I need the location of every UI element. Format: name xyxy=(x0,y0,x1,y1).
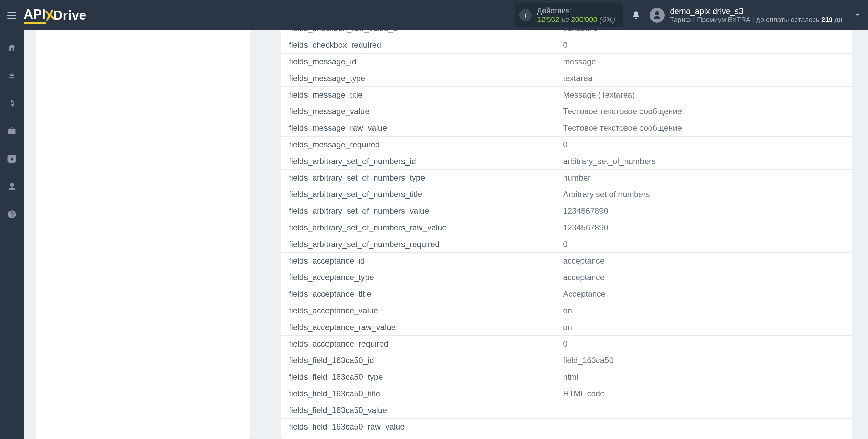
field-key: fields_arbitrary_set_of_numbers_id xyxy=(281,153,555,170)
table-row: fields_message_typetextarea xyxy=(281,70,852,87)
field-value: html xyxy=(555,369,852,385)
field-key: fields_field_163ca50_type xyxy=(281,369,555,385)
field-value: textarea xyxy=(555,70,852,87)
tariff-sep-1: | xyxy=(693,16,695,23)
field-key: fields_message_title xyxy=(281,87,555,103)
field-key: fields_acceptance_id xyxy=(281,253,555,269)
notifications-button[interactable] xyxy=(626,11,646,20)
field-key: fields_message_id xyxy=(281,54,555,70)
bell-icon xyxy=(631,11,641,20)
table-row: fields_field_163ca50_idfield_163ca50 xyxy=(281,352,852,369)
field-key: fields_acceptance_value xyxy=(281,302,555,319)
logo-suffix: Drive xyxy=(53,8,86,23)
user-icon xyxy=(652,10,662,20)
rail-account[interactable] xyxy=(5,180,19,194)
main-area: fields_checkbox_raw_value_1variabel 5fie… xyxy=(24,30,868,439)
field-value: acceptance xyxy=(555,269,852,286)
actions-text: Действия: 12'552 из 200'000 (6%) xyxy=(537,6,615,24)
user-text: demo_apix-drive_s3 Тариф | Премиум EXTRA… xyxy=(670,7,842,23)
field-key: fields_field_163ca50_required xyxy=(281,435,555,439)
actions-used: 12'552 xyxy=(537,15,559,24)
left-panel xyxy=(36,30,250,439)
field-value: acceptance xyxy=(555,253,852,269)
rail-help[interactable] xyxy=(5,207,19,222)
user-menu[interactable]: demo_apix-drive_s3 Тариф | Премиум EXTRA… xyxy=(650,7,861,23)
field-value: 0 xyxy=(555,37,852,54)
table-row: fields_checkbox_raw_value_1variabel 5 xyxy=(281,30,852,37)
field-value: Тестовое текстовое сообщение xyxy=(555,103,852,120)
field-value: Acceptance xyxy=(555,286,852,302)
field-value: Arbitrary set of numbers xyxy=(555,186,852,203)
days-remaining: 219 xyxy=(821,16,832,23)
field-value: on xyxy=(555,319,852,336)
field-value: Тестовое текстовое сообщение xyxy=(555,120,852,137)
side-rail xyxy=(0,30,24,439)
rail-videos[interactable] xyxy=(5,152,19,166)
field-value: number xyxy=(555,170,852,186)
field-key: fields_field_163ca50_raw_value xyxy=(281,419,555,435)
app-header: APIXDrive i Действия: 12'552 из 200'000 … xyxy=(0,0,868,30)
home-icon xyxy=(7,43,17,53)
user-icon xyxy=(7,182,17,191)
table-row: fields_message_required0 xyxy=(281,137,852,153)
field-value: 0 xyxy=(555,336,852,352)
field-value: HTML code xyxy=(555,385,852,402)
rail-projects[interactable] xyxy=(5,124,19,138)
field-key: fields_acceptance_title xyxy=(281,286,555,302)
field-key: fields_message_type xyxy=(281,70,555,87)
actions-counter[interactable]: i Действия: 12'552 из 200'000 (6%) xyxy=(515,3,623,28)
actions-pct: (6%) xyxy=(599,15,615,24)
paid-pre: до оплаты осталось xyxy=(756,16,819,23)
table-row: fields_message_titleMessage (Textarea) xyxy=(281,87,852,103)
table-row: fields_arbitrary_set_of_numbers_raw_valu… xyxy=(281,220,852,236)
table-row: fields_acceptance_required0 xyxy=(281,336,852,352)
table-row: fields_field_163ca50_required0 xyxy=(281,435,852,439)
tariff-name: Премиум EXTRA xyxy=(697,16,750,23)
menu-toggle[interactable] xyxy=(0,0,24,30)
table-row: fields_arbitrary_set_of_numbers_idarbitr… xyxy=(281,153,852,170)
rail-connections[interactable] xyxy=(5,68,19,83)
field-key: fields_checkbox_raw_value_1 xyxy=(281,30,555,37)
actions-of: из xyxy=(561,15,569,24)
field-key: fields_checkbox_required xyxy=(281,37,555,54)
rail-home[interactable] xyxy=(5,41,19,55)
field-key: fields_arbitrary_set_of_numbers_title xyxy=(281,186,555,203)
data-panel: fields_checkbox_raw_value_1variabel 5fie… xyxy=(281,30,852,439)
chevron-down-icon xyxy=(854,11,861,18)
table-row: fields_message_idmessage xyxy=(281,54,852,70)
field-key: fields_acceptance_required xyxy=(281,336,555,352)
field-value: 0 xyxy=(555,236,852,253)
field-value: 1234567890 xyxy=(555,203,852,220)
table-row: fields_acceptance_typeacceptance xyxy=(281,269,852,286)
field-key: fields_acceptance_type xyxy=(281,269,555,286)
table-row: fields_arbitrary_set_of_numbers_value123… xyxy=(281,203,852,220)
field-key: fields_message_raw_value xyxy=(281,120,555,137)
fields-table: fields_checkbox_raw_value_1variabel 5fie… xyxy=(281,30,852,439)
field-key: fields_message_value xyxy=(281,103,555,120)
avatar xyxy=(650,8,665,23)
table-row: fields_message_raw_valueТестовое текстов… xyxy=(281,120,852,137)
field-value: 1234567890 xyxy=(555,220,852,236)
table-row: fields_field_163ca50_value xyxy=(281,402,852,419)
app-logo[interactable]: APIXDrive xyxy=(24,7,86,24)
field-value: 0 xyxy=(555,137,852,153)
field-key: fields_message_required xyxy=(281,137,555,153)
table-row: fields_arbitrary_set_of_numbers_typenumb… xyxy=(281,170,852,186)
table-row: fields_field_163ca50_typehtml xyxy=(281,369,852,385)
table-row: fields_field_163ca50_titleHTML code xyxy=(281,385,852,402)
rail-billing[interactable] xyxy=(5,96,19,110)
table-row: fields_arbitrary_set_of_numbers_required… xyxy=(281,236,852,253)
info-icon: i xyxy=(519,9,532,21)
tree-icon xyxy=(7,71,17,80)
field-value: arbitrary_set_of_numbers xyxy=(555,153,852,170)
field-key: fields_arbitrary_set_of_numbers_required xyxy=(281,236,555,253)
briefcase-icon xyxy=(7,126,17,136)
table-row: fields_acceptance_valueon xyxy=(281,302,852,319)
user-menu-caret[interactable] xyxy=(854,11,861,20)
help-icon xyxy=(7,210,17,219)
field-key: fields_field_163ca50_id xyxy=(281,352,555,369)
field-value: field_163ca50 xyxy=(555,352,852,369)
field-value: message xyxy=(555,54,852,70)
tariff-pre: Тариф xyxy=(670,16,691,23)
dollar-icon xyxy=(7,99,16,108)
